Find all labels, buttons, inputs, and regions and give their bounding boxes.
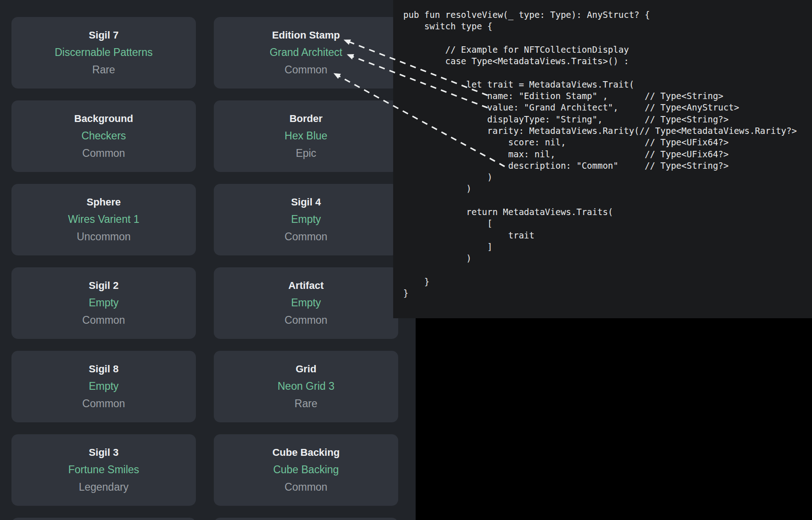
trait-card: Background Checkers Common: [11, 100, 196, 172]
trait-value: Hex Blue: [284, 131, 327, 141]
traits-panel: Sigil 7 Discernable Patterns Rare Editio…: [0, 0, 416, 520]
trait-rarity: Legendary: [79, 482, 129, 492]
trait-name: Sigil 8: [89, 364, 119, 374]
trait-name: Sigil 7: [89, 30, 119, 40]
trait-card: Sigil 4 Empty Common: [214, 184, 398, 255]
trait-rarity: Common: [284, 482, 327, 492]
trait-name: Sigil 3: [89, 448, 119, 458]
traits-grid: Sigil 7 Discernable Patterns Rare Editio…: [11, 17, 398, 520]
trait-card: Sigil 7 Discernable Patterns Rare: [11, 17, 196, 89]
trait-name: Grid: [295, 364, 316, 374]
trait-card: Sigil 2 Empty Common: [11, 267, 196, 339]
trait-card: Border Hex Blue Epic: [214, 100, 398, 172]
trait-card: Artifact Empty Common: [214, 267, 398, 339]
trait-value: Neon Grid 3: [278, 381, 334, 392]
trait-rarity: Uncommon: [77, 232, 131, 242]
trait-rarity: Common: [82, 398, 125, 409]
trait-value: Empty: [89, 381, 118, 392]
trait-name: Sigil 4: [291, 197, 321, 207]
trait-value: Cube Backing: [273, 465, 339, 475]
trait-card: Edition Stamp Grand Architect Common: [214, 17, 398, 89]
trait-name: Cube Backing: [273, 448, 340, 458]
trait-card-partial: [214, 518, 398, 520]
trait-value: Fortune Smiles: [68, 465, 139, 475]
trait-card: Sigil 3 Fortune Smiles Legendary: [11, 434, 196, 506]
trait-card: Sigil 8 Empty Common: [11, 351, 196, 422]
trait-rarity: Common: [284, 65, 327, 75]
trait-rarity: Common: [82, 315, 125, 326]
trait-value: Empty: [89, 298, 118, 308]
trait-card: Grid Neon Grid 3 Rare: [214, 351, 398, 422]
trait-value: Empty: [291, 298, 321, 308]
trait-rarity: Common: [284, 232, 327, 242]
trait-name: Border: [289, 114, 323, 124]
trait-name: Background: [74, 114, 133, 124]
trait-value: Empty: [291, 214, 321, 225]
trait-value: Wires Varient 1: [68, 214, 139, 225]
trait-rarity: Common: [82, 148, 125, 159]
trait-name: Sphere: [87, 197, 121, 207]
trait-rarity: Rare: [92, 65, 115, 75]
trait-card-partial: [11, 518, 196, 520]
trait-value: Discernable Patterns: [55, 47, 153, 58]
code-block: pub fun resolveView(_ type: Type): AnySt…: [393, 0, 812, 299]
trait-rarity: Epic: [296, 148, 317, 159]
trait-rarity: Rare: [295, 398, 317, 409]
screenshot-root: { "colors": { "outer_bg": "#000000", "pa…: [0, 0, 812, 520]
trait-value: Grand Architect: [270, 47, 343, 58]
trait-card: Cube Backing Cube Backing Common: [214, 434, 398, 506]
trait-name: Artifact: [288, 281, 323, 291]
trait-value: Checkers: [81, 131, 126, 141]
trait-card: Sphere Wires Varient 1 Uncommon: [11, 184, 196, 255]
trait-rarity: Common: [284, 315, 327, 326]
code-panel: pub fun resolveView(_ type: Type): AnySt…: [393, 0, 812, 318]
trait-name: Sigil 2: [89, 281, 119, 291]
trait-name: Edition Stamp: [272, 30, 340, 40]
